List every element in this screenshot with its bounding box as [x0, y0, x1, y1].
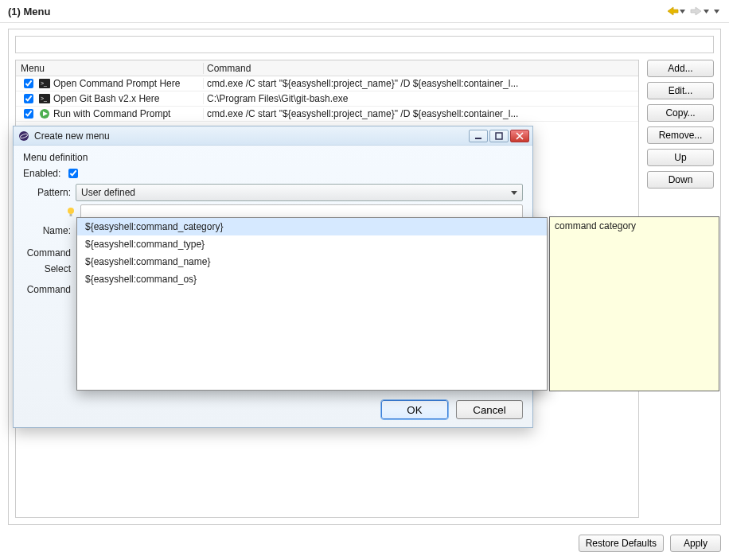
name-label: Name: — [23, 224, 71, 236]
remove-button[interactable]: Remove... — [647, 126, 714, 144]
maximize-button[interactable] — [489, 130, 509, 142]
autocomplete-item[interactable]: ${easyshell:command_category} — [77, 218, 547, 235]
restore-defaults-button[interactable]: Restore Defaults — [579, 535, 664, 552]
column-header-command[interactable]: Command — [203, 63, 638, 74]
svg-point-9 — [68, 208, 74, 214]
edit-button[interactable]: Edit... — [647, 82, 714, 99]
ok-button[interactable]: OK — [381, 400, 448, 419]
terminal-icon: >_ — [39, 78, 50, 89]
maximize-icon — [495, 132, 503, 140]
row-checkbox[interactable] — [24, 109, 33, 119]
eclipse-icon — [18, 130, 29, 142]
apply-button[interactable]: Apply — [670, 535, 721, 552]
page-title: (1) Menu — [8, 6, 50, 18]
close-icon — [516, 132, 524, 140]
row-command-label: C:\Program Files\Git\git-bash.exe — [203, 93, 638, 104]
caret-down-icon — [704, 9, 709, 14]
enabled-label: Enabled: — [23, 168, 60, 179]
column-header-menu[interactable]: Menu — [16, 63, 203, 74]
row-command-label: cmd.exe /C start "${easyshell:project_na… — [203, 108, 638, 119]
table-header: Menu Command — [16, 60, 638, 76]
command-label-2: Command — [23, 282, 71, 295]
run-icon — [39, 108, 50, 119]
terminal-icon: >_ — [39, 93, 50, 104]
command-label: Command — [23, 246, 71, 259]
nav-back-button[interactable] — [665, 5, 687, 18]
up-button[interactable]: Up — [647, 149, 714, 166]
down-button[interactable]: Down — [647, 171, 714, 189]
dialog-titlebar[interactable]: Create new menu — [14, 126, 532, 146]
select-label: Select — [23, 262, 71, 274]
svg-text:>_: >_ — [41, 80, 47, 87]
caret-down-icon — [714, 9, 719, 14]
svg-rect-8 — [496, 133, 502, 139]
row-menu-label: Run with Command Prompt — [53, 108, 170, 119]
close-button[interactable] — [510, 130, 529, 142]
row-checkbox[interactable] — [24, 94, 33, 103]
footer-buttons: Restore Defaults Apply — [579, 535, 721, 552]
nav-forward-button[interactable] — [688, 5, 711, 18]
table-row[interactable]: Run with Command Prompt cmd.exe /C start… — [16, 107, 638, 122]
dialog-title: Create new menu — [34, 130, 110, 142]
svg-rect-10 — [70, 214, 72, 216]
table-row[interactable]: >_ Open Git Bash v2.x Here C:\Program Fi… — [16, 91, 638, 107]
pattern-select[interactable]: User defined — [76, 184, 523, 201]
autocomplete-item[interactable]: ${easyshell:command_os} — [77, 270, 547, 288]
filter-input[interactable] — [15, 36, 714, 53]
page-header: (1) Menu — [0, 0, 729, 23]
bulb-icon — [66, 208, 76, 217]
minimize-button[interactable] — [469, 130, 488, 142]
table-row[interactable]: >_ Open Command Prompt Here cmd.exe /C s… — [16, 76, 638, 91]
arrow-left-icon — [666, 6, 679, 16]
autocomplete-popup: ${easyshell:command_category} ${easyshel… — [76, 217, 548, 391]
add-button[interactable]: Add... — [647, 60, 714, 77]
caret-down-icon — [680, 9, 685, 14]
svg-rect-7 — [475, 138, 481, 139]
row-command-label: cmd.exe /C start "${easyshell:project_na… — [203, 78, 638, 89]
autocomplete-item[interactable]: ${easyshell:command_type} — [77, 235, 547, 253]
row-menu-label: Open Git Bash v2.x Here — [53, 93, 159, 104]
section-label: Menu definition — [23, 152, 523, 163]
nav-menu-button[interactable] — [712, 7, 721, 16]
nav-arrows — [665, 5, 721, 18]
tooltip-text: command category — [555, 220, 636, 231]
pattern-select-value: User defined — [81, 187, 135, 198]
arrow-right-icon — [690, 6, 703, 16]
row-menu-label: Open Command Prompt Here — [53, 78, 180, 89]
svg-text:>_: >_ — [41, 95, 47, 102]
cancel-button[interactable]: Cancel — [456, 400, 523, 419]
copy-button[interactable]: Copy... — [647, 104, 714, 122]
enabled-checkbox[interactable] — [68, 169, 78, 178]
tooltip: command category — [549, 216, 719, 391]
autocomplete-item[interactable]: ${easyshell:command_name} — [77, 253, 547, 270]
caret-down-icon — [511, 189, 517, 196]
minimize-icon — [474, 132, 482, 140]
row-checkbox[interactable] — [24, 79, 33, 88]
pattern-label: Pattern: — [23, 187, 71, 198]
